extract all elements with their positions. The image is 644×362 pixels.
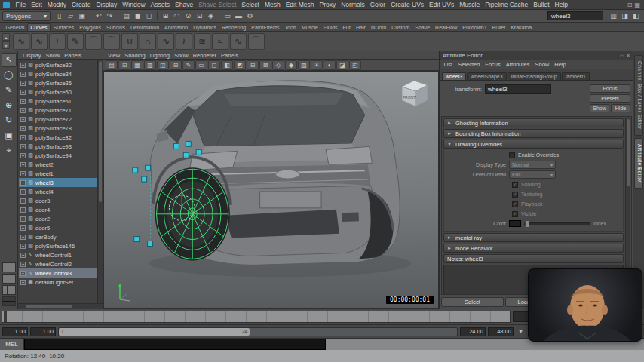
show-tool-settings-icon[interactable]: ◨ [619, 11, 630, 21]
outliner-item[interactable]: + ▧ door3 [19, 196, 97, 205]
presets-button[interactable]: Presets [590, 94, 630, 103]
outliner-item[interactable]: + ▧ door4 [19, 205, 97, 214]
snap-grid-icon[interactable]: ⊞ [160, 11, 171, 21]
menubar-item[interactable]: Help [552, 0, 570, 10]
outliner-item[interactable]: + ▧ polySurface50 [19, 87, 97, 97]
menubar-item[interactable]: Edit [29, 0, 45, 10]
shelf-tab[interactable]: Subdivs [104, 24, 128, 31]
attribute-editor-titlebar[interactable]: Attribute Editor ⊡ ✕ [440, 51, 633, 60]
show-attribute-editor-icon[interactable]: ◧ [630, 11, 642, 21]
menubar-item[interactable]: Modify [44, 0, 69, 10]
timeline[interactable] [2, 311, 511, 323]
gate-mask-icon[interactable]: ◧ [221, 60, 233, 70]
override-option-checkbox[interactable] [512, 182, 518, 188]
layout-two-pane-button[interactable] [2, 274, 16, 284]
attribute-editor-tab[interactable]: initialShadingGroup [508, 72, 561, 80]
menubar-item[interactable]: Edit UVs [427, 0, 457, 10]
expand-icon[interactable]: + [20, 117, 26, 122]
2d-pan-zoom-icon[interactable]: ⊞ [170, 60, 182, 70]
shelf-tab[interactable]: Animation [162, 24, 191, 31]
outliner-item[interactable]: + ∿ wheelControl2 [19, 259, 97, 268]
outliner-item[interactable]: + ▧ carBody [19, 232, 97, 241]
expand-icon[interactable]: + [20, 280, 26, 285]
attribute-editor-menu-item[interactable]: Selected [455, 61, 483, 68]
expand-icon[interactable]: + [20, 244, 26, 249]
layout-outliner-persp-button[interactable] [2, 285, 16, 295]
lasso-tool-icon[interactable]: ◯ [2, 68, 17, 82]
menubar-item[interactable]: Display [94, 0, 120, 10]
select-camera-icon[interactable]: ▤ [106, 60, 118, 70]
shelf-tab[interactable]: Curves [27, 23, 51, 31]
layout-single-pane-button[interactable] [2, 262, 16, 272]
shelf-tab[interactable]: Hair [354, 24, 369, 31]
snap-point-icon[interactable]: ⊙ [182, 11, 194, 21]
menubar-item[interactable]: Normals [339, 0, 368, 10]
separator[interactable] [118, 11, 118, 20]
section-ghosting-information[interactable]: ► Ghosting Information [443, 118, 624, 127]
car-model[interactable] [151, 81, 400, 265]
override-option-checkbox[interactable] [512, 211, 518, 217]
shelf-tab[interactable]: Bullet [489, 24, 508, 31]
open-scene-icon[interactable]: ▱ [65, 11, 76, 21]
menubar-item[interactable]: Shave Select [196, 0, 239, 10]
viewport-menu-item[interactable]: Panels [219, 52, 241, 59]
expand-icon[interactable]: + [20, 171, 26, 176]
attribute-editor-tab[interactable]: lambert1 [562, 72, 590, 80]
workspace-icon[interactable]: ⊞ [627, 2, 633, 8]
attribute-editor-menu-item[interactable]: Help [552, 61, 569, 68]
attribute-editor-scrollbar[interactable] [625, 118, 630, 293]
expand-icon[interactable]: + [20, 180, 26, 186]
lock-camera-icon[interactable]: ⊡ [118, 60, 130, 70]
enable-overrides-checkbox[interactable] [509, 152, 515, 158]
section-drawing-overrides[interactable]: ▼ Drawing Overrides [443, 140, 624, 149]
sidebar-vertical-tab[interactable]: Channel Box / Layer Editor [634, 55, 643, 136]
undo-icon[interactable]: ↶ [93, 11, 104, 21]
redo-icon[interactable]: ↷ [104, 11, 115, 21]
attribute-editor-tab[interactable]: wheel3 [442, 72, 466, 80]
viewport-menu-item[interactable]: Renderer [191, 52, 219, 59]
expand-icon[interactable]: + [20, 72, 26, 77]
render-settings-icon[interactable]: ⚙ [244, 11, 256, 21]
outliner-item[interactable]: + ▧ wheel3 [19, 178, 97, 187]
focus-button[interactable]: Focus [590, 84, 630, 93]
outliner-item[interactable]: + ▧ polySurface51 [19, 97, 97, 106]
expand-icon[interactable]: + [20, 90, 26, 95]
mel-label[interactable]: MEL [0, 339, 24, 350]
shelf-tab[interactable]: Rendering [219, 24, 248, 31]
expand-icon[interactable]: + [20, 225, 26, 231]
safe-action-icon[interactable]: ⊟ [247, 60, 259, 70]
menubar-item[interactable]: Muscle [457, 0, 483, 10]
menubar-item[interactable]: Create [69, 0, 94, 10]
shelf-switcher[interactable]: ▴▾ [2, 33, 10, 49]
shelf-tab[interactable]: Pulldown1 [460, 24, 489, 31]
ipr-render-icon[interactable]: ▬ [233, 11, 244, 21]
render-current-frame-icon[interactable]: ▭ [222, 11, 233, 21]
outliner-item[interactable]: + ▧ polySurface146 [19, 241, 97, 250]
attribute-editor-menu-item[interactable]: Show [532, 61, 552, 68]
level-of-detail-dropdown[interactable]: Full ▾ [509, 170, 556, 179]
expand-icon[interactable]: + [20, 271, 26, 276]
outliner-item[interactable]: + ▧ polySurface82 [19, 133, 97, 142]
outliner-item[interactable]: + ▧ polySurface78 [19, 124, 97, 133]
override-option-checkbox[interactable] [512, 192, 518, 198]
outliner-item[interactable]: + ▧ polySurface34 [19, 69, 97, 78]
show-button[interactable]: Show [590, 104, 609, 112]
outliner-item[interactable]: + ▧ door5 [19, 223, 97, 232]
section-node-behavior[interactable]: ► Node Behavior [443, 244, 624, 253]
menubar-item[interactable]: File [13, 0, 29, 10]
color-swatch[interactable] [509, 220, 521, 227]
mel-input[interactable] [24, 339, 326, 350]
dock-icon[interactable]: ⊡ [620, 53, 624, 59]
snap-view-plane-icon[interactable]: ⊡ [194, 11, 205, 21]
image-plane-icon[interactable]: ◫ [157, 60, 169, 70]
menubar-item[interactable]: Proxy [317, 0, 339, 10]
xray-icon[interactable]: ◪ [336, 60, 348, 70]
outliner-menu-item[interactable]: Display [20, 52, 44, 59]
safe-title-icon[interactable]: ⊠ [259, 60, 271, 70]
selection-mode-dropdown[interactable]: Polygons ▾ [2, 11, 51, 21]
outliner-item[interactable]: + ▧ polySurface94 [19, 151, 97, 160]
outliner-menu-item[interactable]: Panels [62, 52, 84, 59]
select-component-icon[interactable]: ◻ [143, 11, 155, 21]
close-icon[interactable]: ✕ [626, 53, 630, 59]
paint-select-tool-icon[interactable]: ✎ [2, 83, 17, 97]
